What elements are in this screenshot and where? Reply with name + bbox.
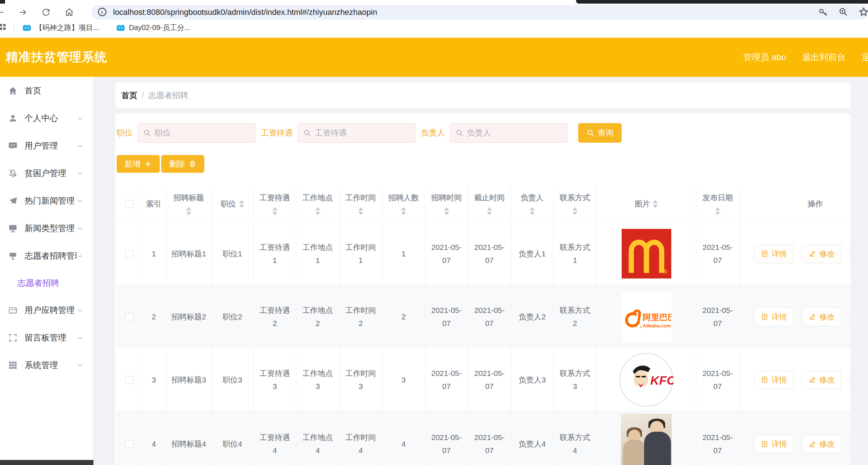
- sort-asc-icon[interactable]: [272, 207, 277, 210]
- bookmark-item[interactable]: Day02-09-员工分...: [116, 23, 191, 33]
- home-browser-icon[interactable]: [63, 6, 75, 18]
- sidebar-subitem-active[interactable]: 志愿者招聘: [0, 269, 93, 296]
- sort-carets[interactable]: [239, 200, 244, 208]
- row-checkbox[interactable]: [125, 440, 133, 448]
- sidebar-item-9[interactable]: 系统管理: [0, 351, 93, 379]
- sort-carets[interactable]: [487, 207, 492, 215]
- 修改-button-row3[interactable]: 修改: [802, 370, 842, 389]
- address-bar[interactable]: localhost:8080/springbootsudk0/admin/dis…: [91, 5, 868, 20]
- sort-desc-icon[interactable]: [653, 205, 658, 208]
- sidebar-item-4[interactable]: 热门新闻管理: [0, 187, 93, 214]
- sort-asc-icon[interactable]: [715, 207, 720, 210]
- url-text[interactable]: localhost:8080/springbootsudk0/admin/dis…: [113, 8, 809, 17]
- sort-carets[interactable]: [401, 207, 406, 215]
- sidebar-item-0[interactable]: 首页: [0, 77, 93, 104]
- sort-carets[interactable]: [530, 207, 535, 215]
- sort-desc-icon[interactable]: [401, 212, 406, 215]
- sort-desc-icon[interactable]: [530, 212, 535, 215]
- sidebar-item-8[interactable]: 留言板管理: [0, 324, 93, 351]
- column-header-10[interactable]: 联系方式: [554, 186, 597, 222]
- row-checkbox[interactable]: [125, 376, 133, 384]
- apps-grid-icon[interactable]: [0, 23, 8, 32]
- column-header-5[interactable]: 工作时间: [339, 186, 382, 222]
- sort-asc-icon[interactable]: [315, 207, 320, 210]
- sort-carets[interactable]: [186, 207, 191, 215]
- 详情-button-row1[interactable]: 详情: [754, 244, 794, 263]
- sort-carets[interactable]: [653, 200, 658, 208]
- sort-carets[interactable]: [272, 207, 277, 215]
- filter-field-2[interactable]: [467, 128, 558, 138]
- 修改-button-row2[interactable]: 修改: [802, 307, 842, 326]
- filter-field-1[interactable]: [315, 128, 405, 138]
- sort-desc-icon[interactable]: [444, 212, 449, 215]
- column-header-12[interactable]: 发布日期: [696, 186, 739, 222]
- filter-field-0[interactable]: [155, 128, 245, 138]
- sidebar-item-2[interactable]: 用户管理: [0, 132, 93, 159]
- bookmark-item[interactable]: 【码神之路】项目...: [22, 23, 99, 33]
- sort-desc-icon[interactable]: [358, 212, 363, 215]
- sort-carets[interactable]: [444, 207, 449, 215]
- forward-icon[interactable]: [17, 6, 29, 18]
- sort-asc-icon[interactable]: [186, 207, 191, 210]
- sort-desc-icon[interactable]: [487, 212, 492, 215]
- 删除-button-row2[interactable]: 删除: [850, 307, 851, 326]
- 详情-button-row3[interactable]: 详情: [754, 370, 794, 389]
- column-header-8[interactable]: 截止时间: [468, 186, 511, 222]
- sort-asc-icon[interactable]: [358, 207, 363, 210]
- sort-desc-icon[interactable]: [186, 212, 191, 215]
- sort-desc-icon[interactable]: [572, 212, 577, 215]
- bookmark-star-icon[interactable]: [859, 7, 868, 18]
- sidebar-item-3[interactable]: 贫困户管理: [0, 159, 93, 187]
- column-header-3[interactable]: 工资待遇: [254, 186, 296, 222]
- sort-asc-icon[interactable]: [530, 207, 535, 210]
- zoom-icon[interactable]: [838, 7, 849, 18]
- 删除-button-row3[interactable]: 删除: [850, 370, 851, 389]
- header-link-exit-front[interactable]: 退出到前台: [802, 51, 846, 63]
- 删除-button-row4[interactable]: 删除: [850, 435, 851, 453]
- row-checkbox[interactable]: [125, 250, 133, 258]
- sort-carets[interactable]: [315, 207, 320, 215]
- sidebar-item-7[interactable]: 用户应聘管理: [0, 296, 93, 324]
- column-header-6[interactable]: 招聘人数: [382, 186, 425, 222]
- row-checkbox[interactable]: [125, 313, 133, 321]
- sort-asc-icon[interactable]: [401, 207, 406, 210]
- password-key-icon[interactable]: [818, 7, 829, 18]
- sort-asc-icon[interactable]: [653, 200, 658, 203]
- 修改-button-row1[interactable]: 修改: [802, 244, 842, 263]
- sort-asc-icon[interactable]: [239, 200, 244, 203]
- delete-button[interactable]: 删除: [161, 155, 204, 173]
- back-icon[interactable]: [0, 6, 7, 18]
- column-header-11[interactable]: 图片: [597, 186, 696, 222]
- select-all-checkbox[interactable]: [125, 200, 133, 208]
- add-button[interactable]: 新增: [117, 155, 160, 173]
- column-header-4[interactable]: 工作地点: [296, 186, 339, 222]
- column-header-1[interactable]: 招聘标题: [166, 186, 212, 222]
- sort-desc-icon[interactable]: [715, 212, 720, 215]
- info-icon[interactable]: [97, 7, 108, 18]
- column-header-7[interactable]: 招聘时间: [425, 186, 468, 222]
- 详情-button-row4[interactable]: 详情: [754, 435, 794, 453]
- reload-icon[interactable]: [40, 6, 52, 18]
- sort-carets[interactable]: [715, 207, 720, 215]
- sort-asc-icon[interactable]: [444, 207, 449, 210]
- sort-asc-icon[interactable]: [572, 207, 577, 210]
- sort-asc-icon[interactable]: [487, 207, 492, 210]
- sort-desc-icon[interactable]: [272, 212, 277, 215]
- sort-desc-icon[interactable]: [239, 205, 244, 208]
- sidebar-item-6[interactable]: 志愿者招聘管理: [0, 242, 93, 269]
- 修改-button-row4[interactable]: 修改: [802, 435, 842, 453]
- breadcrumb-home[interactable]: 首页: [121, 90, 137, 101]
- sidebar-item-5[interactable]: 新闻类型管理: [0, 214, 93, 242]
- 删除-button-row1[interactable]: 删除: [850, 244, 851, 263]
- doc-icon: [761, 250, 768, 257]
- header-link-logout[interactable]: 退: [861, 51, 868, 63]
- column-header-2[interactable]: 职位: [212, 186, 254, 222]
- 详情-button-row2[interactable]: 详情: [754, 307, 794, 326]
- sort-carets[interactable]: [572, 207, 577, 215]
- sidebar-item-1[interactable]: 个人中心: [0, 104, 93, 132]
- sort-desc-icon[interactable]: [315, 212, 320, 215]
- header-link-admin[interactable]: 管理员 abo: [743, 51, 786, 63]
- query-button[interactable]: 查询: [578, 123, 622, 143]
- sort-carets[interactable]: [358, 207, 363, 215]
- column-header-9[interactable]: 负责人: [511, 186, 554, 222]
